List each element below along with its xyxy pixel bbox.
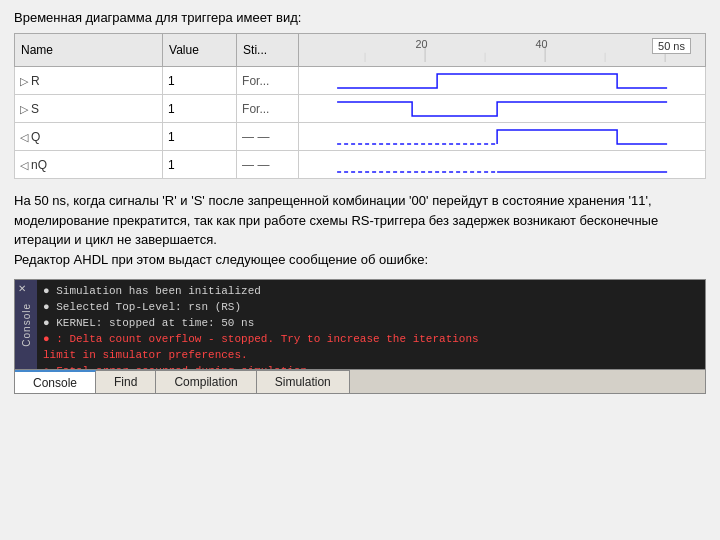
waveform-R <box>298 67 705 95</box>
col-header-name: Name <box>15 34 163 67</box>
signal-name-R: ▷R <box>15 67 163 95</box>
console-output: ● Simulation has been initialized● Selec… <box>37 280 705 369</box>
console-tabs: ConsoleFindCompilationSimulation <box>15 369 705 393</box>
svg-text:40: 40 <box>535 38 547 50</box>
signal-value-S: 1 <box>163 95 237 123</box>
console-tab-compilation[interactable]: Compilation <box>156 370 256 393</box>
console-container: ✕ Console ● Simulation has been initiali… <box>14 279 706 394</box>
signal-value-nQ: 1 <box>163 151 237 179</box>
col-header-value: Value <box>163 34 237 67</box>
console-line: ● : Delta count overflow - stopped. Try … <box>43 332 699 348</box>
signal-sti-Q: — — <box>237 123 299 151</box>
ns-badge: 50 ns <box>652 38 691 54</box>
timing-diagram: Name Value Sti... 20 40 <box>14 33 706 179</box>
signal-name-S: ▷S <box>15 95 163 123</box>
signal-name-nQ: ◁nQ <box>15 151 163 179</box>
signal-value-R: 1 <box>163 67 237 95</box>
signal-sti-S: For... <box>237 95 299 123</box>
console-line: limit in simulator preferences. <box>43 348 699 364</box>
svg-text:20: 20 <box>415 38 427 50</box>
waveform-S <box>298 95 705 123</box>
table-row: ▷S 1 For... <box>15 95 706 123</box>
console-tab-console[interactable]: Console <box>15 370 96 393</box>
description-para1: На 50 ns, когда сигналы 'R' и 'S' после … <box>14 191 706 250</box>
console-line: ● Selected Top-Level: rsn (RS) <box>43 300 699 316</box>
signal-sti-R: For... <box>237 67 299 95</box>
table-row: ◁Q 1 — — <box>15 123 706 151</box>
console-sidebar-label: Console <box>21 303 32 347</box>
console-sidebar: ✕ Console <box>15 280 37 369</box>
description-block: На 50 ns, когда сигналы 'R' и 'S' после … <box>14 191 706 269</box>
console-line: ● KERNEL: stopped at time: 50 ns <box>43 316 699 332</box>
signal-name-Q: ◁Q <box>15 123 163 151</box>
console-tab-simulation[interactable]: Simulation <box>257 370 350 393</box>
col-header-sti: Sti... <box>237 34 299 67</box>
table-row: ▷R 1 For... <box>15 67 706 95</box>
col-header-chart: 20 40 50 ns <box>298 34 705 67</box>
console-tab-find[interactable]: Find <box>96 370 156 393</box>
signal-sti-nQ: — — <box>237 151 299 179</box>
description-para2: Редактор AHDL при этом выдаст следующее … <box>14 250 706 270</box>
signal-value-Q: 1 <box>163 123 237 151</box>
console-close-icon[interactable]: ✕ <box>18 283 26 294</box>
waveform-Q <box>298 123 705 151</box>
waveform-nQ <box>298 151 705 179</box>
table-row: ◁nQ 1 — — <box>15 151 706 179</box>
page-heading: Временная диаграмма для триггера имеет в… <box>14 10 706 25</box>
console-line: ● Simulation has been initialized <box>43 284 699 300</box>
